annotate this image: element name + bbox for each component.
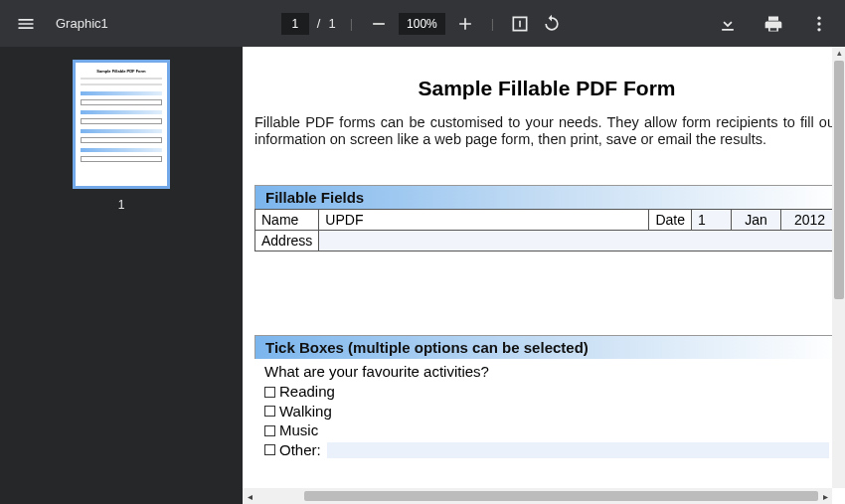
fillable-fields-table: Name Date Jan 2012 Address (254, 209, 839, 252)
pdf-toolbar: Graphic1 / 1 | 100% | (0, 0, 845, 47)
fillable-fields-heading: Fillable Fields (254, 185, 839, 209)
tick-question: What are your favourite activities? (254, 359, 839, 382)
address-label: Address (255, 231, 319, 252)
page-separator: / (317, 16, 321, 31)
page-title: Sample Fillable PDF Form (254, 77, 839, 100)
toolbar-divider: | (491, 16, 494, 31)
svg-point-2 (817, 28, 820, 31)
checkbox-option-other[interactable]: Other: (264, 440, 829, 460)
option-label: Music (279, 420, 318, 440)
scrollbar-thumb[interactable] (834, 61, 844, 299)
document-viewport: Sample Fillable PDF Form Fillable PDF fo… (243, 47, 845, 504)
scroll-up-arrow-icon[interactable]: ▴ (834, 47, 844, 59)
checkbox-icon[interactable] (264, 444, 275, 455)
checkbox-icon[interactable] (264, 387, 275, 398)
document-title: Graphic1 (56, 16, 108, 31)
checkbox-option[interactable]: Reading (264, 382, 829, 402)
option-label: Walking (279, 402, 332, 421)
checkbox-icon[interactable] (264, 406, 275, 417)
scroll-right-arrow-icon[interactable]: ▸ (818, 491, 832, 502)
date-year-field[interactable]: 2012 (781, 210, 839, 231)
checkbox-icon[interactable] (264, 425, 275, 436)
scrollbar-thumb[interactable] (304, 491, 818, 501)
intro-paragraph: Fillable PDF forms can be customised to … (254, 114, 839, 147)
page-total: 1 (328, 16, 335, 31)
date-label: Date (649, 210, 692, 231)
date-day-field[interactable] (698, 212, 725, 228)
checkbox-option[interactable]: Walking (264, 402, 829, 421)
tick-boxes-heading: Tick Boxes (multiple options can be sele… (254, 335, 839, 359)
option-label: Reading (279, 382, 335, 402)
scroll-left-arrow-icon[interactable]: ◂ (243, 491, 256, 502)
page-number-input[interactable] (281, 13, 309, 35)
checkbox-option[interactable]: Music (264, 420, 829, 440)
page-thumbnail[interactable]: Sample Fillable PDF Form (73, 60, 170, 189)
name-label: Name (255, 210, 319, 231)
other-label: Other: (279, 440, 321, 460)
horizontal-scrollbar[interactable]: ◂ ▸ (243, 488, 832, 504)
table-row: Name Date Jan 2012 (255, 210, 839, 231)
download-icon[interactable] (716, 12, 740, 36)
table-row: Address (255, 231, 839, 252)
toolbar-divider: | (350, 16, 353, 31)
svg-point-0 (817, 16, 820, 19)
address-field[interactable] (325, 233, 832, 249)
name-field[interactable] (325, 212, 642, 228)
rotate-icon[interactable] (540, 12, 564, 36)
more-icon[interactable] (807, 12, 831, 36)
thumbnail-page-number: 1 (118, 198, 125, 212)
other-text-field[interactable] (327, 442, 829, 458)
print-icon[interactable] (761, 12, 785, 36)
svg-point-1 (817, 22, 820, 25)
menu-icon[interactable] (14, 12, 38, 36)
zoom-in-icon[interactable] (453, 12, 477, 36)
thumbnail-sidebar: Sample Fillable PDF Form 1 (0, 47, 243, 504)
vertical-scrollbar[interactable]: ▴ (832, 47, 845, 488)
fit-page-icon[interactable] (508, 12, 532, 36)
date-month-field[interactable]: Jan (732, 210, 781, 231)
zoom-out-icon[interactable] (367, 12, 391, 36)
zoom-level[interactable]: 100% (399, 13, 445, 35)
